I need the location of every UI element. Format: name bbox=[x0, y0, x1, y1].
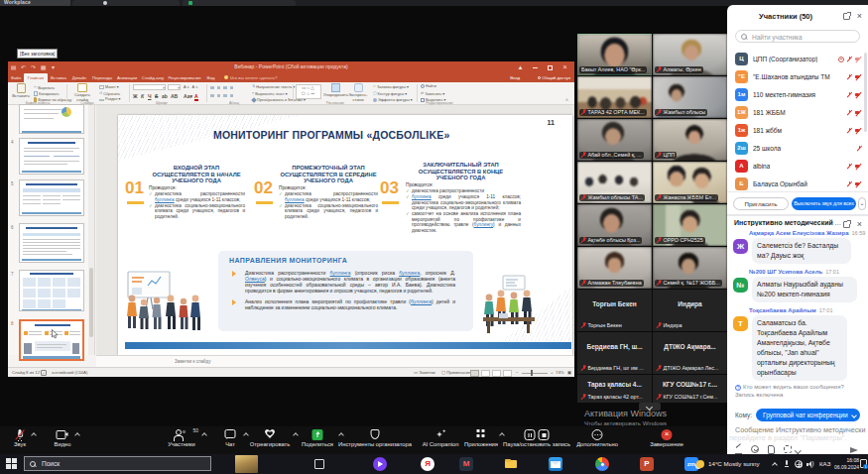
video-caret-icon[interactable] bbox=[74, 432, 80, 438]
copy-button[interactable]: Копировать bbox=[34, 91, 59, 97]
shape-outline-button[interactable]: ▢Контур фигуры ▾ bbox=[373, 91, 407, 97]
thumbnail-scrollbar[interactable] bbox=[88, 105, 94, 355]
participant-row[interactable]: 1Ж 181 ЖББМ bbox=[727, 104, 868, 122]
taskbar-widget-thumbnail[interactable] bbox=[235, 455, 258, 473]
tab-file[interactable]: Файл bbox=[9, 73, 23, 82]
video-tile-3[interactable]: ТАРАЗ 42 ОРТА МЕК... bbox=[577, 76, 652, 118]
chat-more-icon[interactable]: ⋯ bbox=[834, 221, 842, 229]
participant-search-input[interactable]: Найти участника bbox=[735, 30, 860, 43]
yandex-browser-icon[interactable]: Я bbox=[421, 457, 434, 471]
start-button[interactable] bbox=[6, 458, 17, 469]
chat-popout-icon[interactable] bbox=[843, 221, 850, 228]
apps-caret-icon[interactable] bbox=[499, 432, 505, 438]
browser-tab-workplace[interactable]: Workplace bbox=[0, 0, 70, 6]
video-tile-14[interactable]: Индира Индира bbox=[653, 290, 727, 331]
tray-mic-icon[interactable] bbox=[785, 460, 789, 468]
audio-caret-icon[interactable] bbox=[31, 432, 37, 438]
shadow-button[interactable]: ab bbox=[162, 93, 168, 99]
video-tile-9[interactable]: Ақтөбе облысы Қоз... bbox=[577, 204, 652, 246]
video-tile-11[interactable]: Алмажан Тлеубаевна bbox=[577, 247, 652, 289]
zoom-out-button[interactable]: − bbox=[516, 368, 519, 377]
tray-expand-icon[interactable] bbox=[772, 462, 778, 468]
maximize-button[interactable] bbox=[543, 61, 558, 73]
underline-button[interactable]: Ч bbox=[148, 93, 152, 99]
cut-button[interactable]: ✂Вырезать bbox=[34, 85, 55, 91]
tab-transitions[interactable]: Переходы bbox=[90, 73, 114, 82]
zoom-in-button[interactable]: + bbox=[551, 368, 554, 377]
video-tile-1[interactable]: Бакыт Алиев, НАО "Өрк... bbox=[577, 34, 652, 75]
arrange-button[interactable]: Упорядочить bbox=[323, 83, 347, 98]
font-name-combo[interactable]: ▾ bbox=[133, 84, 166, 90]
mail-app-icon[interactable] bbox=[549, 457, 562, 471]
language-status[interactable]: английский (США) bbox=[52, 368, 87, 377]
chat-caret-icon[interactable] bbox=[243, 432, 249, 438]
participant-row[interactable]: Ц ЦПП (Соорганизатор) bbox=[727, 51, 868, 68]
share-button[interactable]: Общий доступ bbox=[538, 73, 570, 82]
participant-row[interactable]: A albina bbox=[727, 158, 868, 176]
emoji-icon[interactable] bbox=[751, 445, 759, 453]
participant-row[interactable]: 2ш 25 школа bbox=[727, 140, 868, 158]
notification-center-icon[interactable] bbox=[860, 459, 867, 468]
text-direction-button[interactable]: ⇅Направление текста ▾ bbox=[252, 84, 295, 90]
ribbon-options-icon[interactable]: ▴ bbox=[513, 61, 528, 73]
layout-button[interactable]: Макет ▾ bbox=[99, 85, 119, 90]
thumbnail-slide-6[interactable] bbox=[19, 223, 84, 263]
send-icon[interactable] bbox=[850, 447, 858, 453]
zoom-slider-knob[interactable] bbox=[531, 370, 533, 376]
spellcheck-icon[interactable]: ✓ bbox=[41, 370, 47, 376]
list-buttons[interactable] bbox=[210, 86, 235, 89]
close-participants-icon[interactable]: × bbox=[857, 13, 862, 20]
video-tile-4[interactable]: Жамбыл облысы bbox=[653, 76, 727, 118]
browser-tab-2[interactable] bbox=[72, 0, 180, 6]
tab-view[interactable]: Вид bbox=[204, 73, 217, 82]
collapse-ribbon-icon[interactable]: ˄ bbox=[565, 97, 568, 103]
italic-button[interactable]: К bbox=[141, 93, 144, 99]
minimize-button[interactable] bbox=[528, 61, 543, 73]
mail-ru-app-icon[interactable]: M bbox=[459, 457, 473, 471]
video-tile-18[interactable]: КГУ СОШ№17 г.... КГУ СОШ№17 г.Сем... bbox=[653, 375, 727, 403]
video-tile-10[interactable]: ОРРО СРН2525 bbox=[653, 204, 727, 246]
bold-button[interactable]: Ж bbox=[133, 93, 138, 99]
reset-button[interactable]: ↺Сбросить bbox=[99, 91, 120, 97]
video-tile-15[interactable]: Бердиева ГН, ш... Бердиева ГН, шг им ... bbox=[577, 332, 652, 374]
participant-row[interactable]: 1ж 181 жббм bbox=[727, 122, 868, 140]
font-color-button[interactable]: А bbox=[194, 93, 198, 101]
share-caret-icon[interactable] bbox=[338, 432, 344, 438]
shape-fill-button[interactable]: ▱Заливка фигуры ▾ bbox=[373, 84, 409, 90]
tray-volume-icon[interactable] bbox=[806, 461, 815, 468]
close-chat-icon[interactable]: × bbox=[857, 221, 862, 228]
tray-clock[interactable]: 16:0806.09.2024 bbox=[834, 457, 859, 471]
powerpoint-app-icon[interactable]: P bbox=[640, 457, 654, 471]
browser-tab-3[interactable] bbox=[183, 0, 296, 6]
view-normal-button[interactable] bbox=[470, 370, 479, 377]
quick-styles-button[interactable]: Экспресс-стили bbox=[347, 83, 369, 102]
close-button[interactable]: × bbox=[558, 61, 572, 73]
font-size-combo[interactable]: ▾ bbox=[168, 84, 181, 90]
participants-caret-icon[interactable] bbox=[201, 432, 207, 438]
task-view-icon[interactable] bbox=[314, 459, 324, 469]
screenshot-icon[interactable] bbox=[784, 445, 792, 453]
tab-design[interactable]: Дизайн bbox=[69, 73, 89, 82]
replace-button[interactable]: ⇄Заменить ▾ bbox=[421, 91, 444, 97]
tray-network-icon[interactable] bbox=[795, 460, 803, 468]
zoom-percent[interactable]: 74% bbox=[556, 368, 564, 377]
char-spacing-button[interactable]: АВ bbox=[171, 93, 178, 99]
video-tile-12[interactable]: Семей қ. №17 ЖОББ... bbox=[653, 247, 727, 289]
react-caret-icon[interactable] bbox=[293, 432, 299, 438]
video-tile-13[interactable]: Торғын Бекен Торғын Бекен bbox=[577, 290, 652, 331]
font-grow-shrink-buttons[interactable]: A˄ A˅ bbox=[184, 85, 198, 90]
participant-row[interactable]: "Е "Е.Шаханов атындағы ТМ (РО)... bbox=[727, 68, 868, 86]
shapes-gallery[interactable]: ▭○△⬠☆⇨ bbox=[296, 84, 321, 99]
shape-effects-button[interactable]: Эффекты фигуры ▾ bbox=[373, 98, 413, 103]
paste-button[interactable]: Вставить bbox=[11, 83, 31, 99]
participant-row[interactable]: 1м 110 мектеп-гимназия bbox=[727, 86, 868, 104]
align-text-button[interactable]: ≡Выровнять текст ▾ bbox=[252, 91, 288, 97]
video-tile-8[interactable]: Жанаспа ЖББМ Ел... bbox=[653, 162, 727, 203]
file-icon[interactable] bbox=[768, 445, 775, 454]
alice-app-icon[interactable] bbox=[373, 457, 387, 471]
tab-insert[interactable]: Вставка bbox=[49, 73, 68, 82]
thumbnail-slide-3[interactable] bbox=[19, 104, 84, 134]
tab-slideshow[interactable]: Слайд-шоу bbox=[140, 73, 166, 82]
tray-language[interactable]: КАЗ bbox=[819, 454, 830, 474]
fit-to-window-icon[interactable]: ▣ bbox=[567, 368, 571, 377]
